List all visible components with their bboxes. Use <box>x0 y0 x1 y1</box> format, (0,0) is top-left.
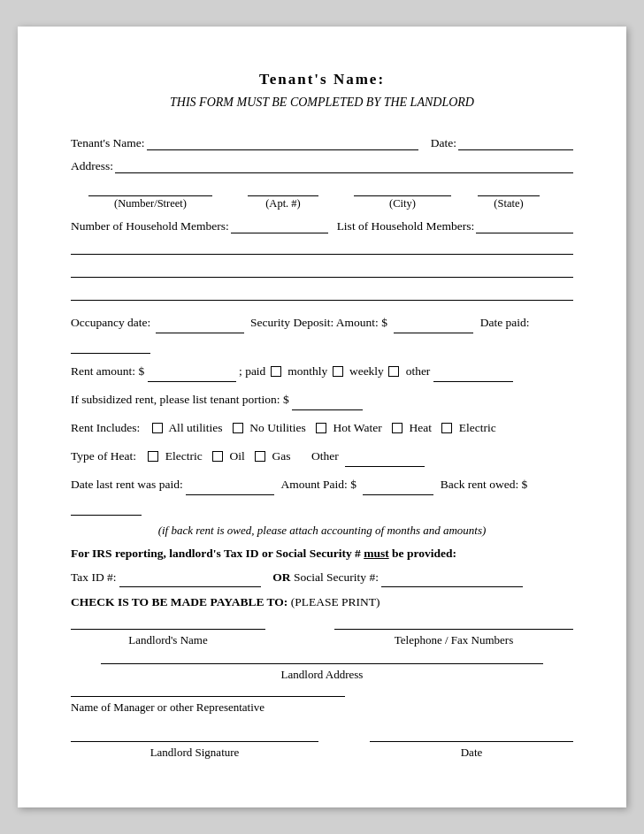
monthly-checkbox[interactable] <box>271 366 281 377</box>
tax-id-label: Tax ID #: <box>71 570 117 584</box>
please-print-label: (PLEASE PRINT) <box>291 595 380 608</box>
blank-line-1 <box>71 239 573 255</box>
occupancy-label: Occupancy date: <box>71 316 150 329</box>
list-members-field[interactable] <box>476 218 573 233</box>
manager-group: Name of Manager or other Representative <box>71 696 573 715</box>
other-heat-field[interactable] <box>345 453 425 467</box>
state-label: (State) <box>494 197 523 210</box>
apt-label: (Apt. #) <box>265 197 301 210</box>
security-deposit-label: Security Deposit: Amount: $ <box>250 316 387 329</box>
date-sign-label: Date <box>461 746 483 760</box>
italic-note: (if back rent is owed, please attach acc… <box>71 524 573 538</box>
or-label: OR Social Security #: <box>272 570 379 584</box>
rent-amount-label: Rent amount: $ <box>71 364 144 378</box>
date-last-rent-row: Date last rent was paid: Amount Paid: $ … <box>71 475 573 516</box>
date-label: Date: <box>431 136 456 150</box>
gas-checkbox[interactable] <box>255 451 265 462</box>
rent-amount-field[interactable] <box>148 368 236 382</box>
landlords-name-group: Landlord's Name <box>71 629 265 647</box>
date-last-rent-field[interactable] <box>186 481 274 495</box>
manager-line <box>71 696 345 697</box>
landlord-address-line <box>101 663 543 664</box>
date-sign-line <box>370 741 573 742</box>
security-amount-field[interactable] <box>394 319 473 333</box>
rent-amount-row: Rent amount: $ ; paid monthly weekly oth… <box>71 362 573 382</box>
rental-verification-form: Tenant's Name: THIS FORM MUST BE COMPLET… <box>18 27 626 807</box>
all-utilities-checkbox[interactable] <box>152 423 163 433</box>
landlord-signature-group: Landlord Signature <box>71 741 318 760</box>
telephone-fax-label: Telephone / Fax Numbers <box>395 633 513 647</box>
must-underline: must <box>364 547 389 560</box>
oil-checkbox[interactable] <box>212 451 223 462</box>
landlord-address-group: Landlord Address <box>71 663 573 682</box>
tenants-name-field[interactable] <box>147 134 418 150</box>
other-checkbox[interactable] <box>388 366 399 377</box>
apt-field[interactable] <box>248 180 318 196</box>
back-rent-field[interactable] <box>71 501 142 516</box>
no-utilities-checkbox[interactable] <box>233 423 243 433</box>
date-paid-label: Date paid: <box>480 316 530 329</box>
electric-heat-checkbox[interactable] <box>148 451 158 462</box>
list-members-label: List of Household Members: <box>337 219 475 233</box>
landlord-address-label: Landlord Address <box>281 668 364 682</box>
subsidized-field[interactable] <box>292 396 363 410</box>
form-title: Tenant's Name: <box>71 71 573 88</box>
subsidized-label: If subsidized rent, please list tenant p… <box>71 393 289 406</box>
tenants-name-label: Tenant's Name: <box>71 136 145 150</box>
date-field[interactable] <box>458 134 573 150</box>
city-group: (City) <box>354 180 451 210</box>
manager-section: Name of Manager or other Representative <box>71 696 573 715</box>
landlord-signature-line <box>71 741 318 742</box>
weekly-label: weekly <box>349 364 384 378</box>
city-label: (City) <box>389 197 416 210</box>
electric-checkbox[interactable] <box>441 423 452 433</box>
address-field[interactable] <box>115 157 573 173</box>
telephone-fax-line <box>334 629 573 630</box>
amount-paid-field[interactable] <box>363 481 433 495</box>
telephone-fax-group: Telephone / Fax Numbers <box>334 629 573 647</box>
paid-label: ; paid <box>239 364 265 378</box>
tax-id-field[interactable] <box>119 573 261 587</box>
blank-line-3 <box>71 285 573 301</box>
tenant-name-row: Tenant's Name: Date: <box>71 134 573 150</box>
irs-reporting-label: For IRS reporting, landlord's Tax ID or … <box>71 547 573 561</box>
number-street-group: (Number/Street) <box>88 180 212 210</box>
occupancy-row: Occupancy date: Security Deposit: Amount… <box>71 313 573 354</box>
number-street-label: (Number/Street) <box>114 197 187 210</box>
weekly-checkbox[interactable] <box>333 366 343 377</box>
household-members-label: Number of Household Members: <box>71 219 229 233</box>
state-field[interactable] <box>478 180 540 196</box>
landlord-signature-row: Landlord Signature Date <box>71 741 573 760</box>
heat-label: Heat <box>409 421 431 434</box>
address-row: Address: <box>71 157 573 173</box>
city-field[interactable] <box>354 180 451 196</box>
social-security-field[interactable] <box>381 573 523 587</box>
gas-label: Gas <box>272 449 291 463</box>
occupancy-date-field[interactable] <box>156 319 244 333</box>
heat-checkbox[interactable] <box>392 423 402 433</box>
check-payable-label: CHECK IS TO BE MADE PAYABLE TO: <box>71 595 288 608</box>
date-last-rent-label: Date last rent was paid: <box>71 478 183 491</box>
address-label: Address: <box>71 159 113 173</box>
type-of-heat-row: Type of Heat: Electric Oil Gas Other <box>71 447 573 467</box>
other-field[interactable] <box>433 368 513 382</box>
state-group: (State) <box>478 180 540 210</box>
signature-section: Landlord's Name Telephone / Fax Numbers … <box>71 629 573 760</box>
other-heat-label: Other <box>311 449 339 463</box>
number-street-field[interactable] <box>88 180 212 196</box>
landlord-name-phone-row: Landlord's Name Telephone / Fax Numbers <box>71 629 573 647</box>
tax-id-row: Tax ID #: OR Social Security #: <box>71 568 573 588</box>
hot-water-checkbox[interactable] <box>316 423 326 433</box>
no-utilities-label: No Utilities <box>249 421 305 434</box>
address-sub-row: (Number/Street) (Apt. #) (City) (State) <box>71 180 573 210</box>
oil-label: Oil <box>230 449 245 463</box>
household-count-field[interactable] <box>231 218 328 233</box>
other-label: other <box>406 364 431 378</box>
household-row: Number of Household Members: List of Hou… <box>71 218 573 233</box>
landlords-name-line <box>71 629 265 630</box>
type-of-heat-label: Type of Heat: <box>71 449 136 463</box>
landlords-name-label: Landlord's Name <box>128 633 207 647</box>
manager-label: Name of Manager or other Representative <box>71 700 264 715</box>
rent-includes-row: Rent Includes: All utilities No Utilitie… <box>71 418 573 439</box>
date-paid-field[interactable] <box>71 340 150 354</box>
